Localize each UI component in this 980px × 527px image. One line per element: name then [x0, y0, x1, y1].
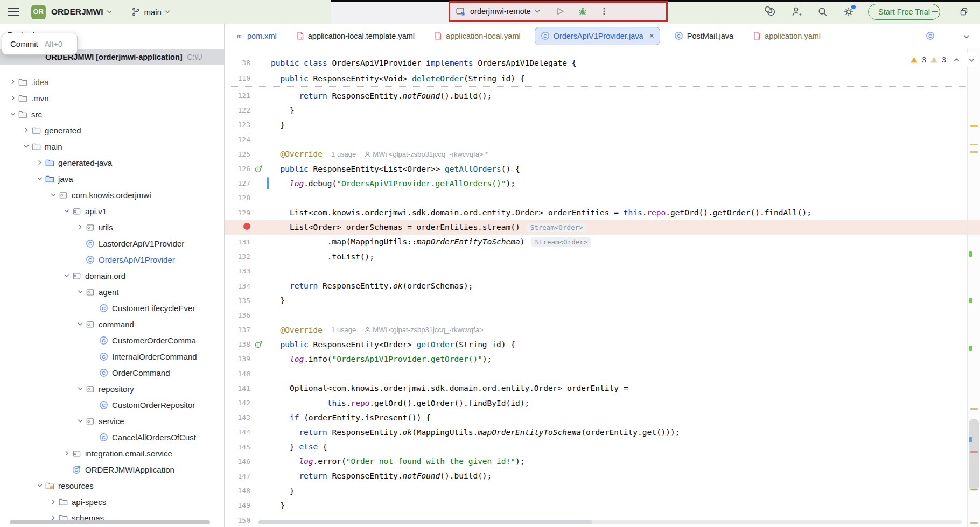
- tree-chevron-icon[interactable]: [21, 143, 32, 150]
- settings-gear-icon[interactable]: [842, 5, 855, 18]
- line-number[interactable]: 146: [225, 458, 251, 466]
- tab-PostMail.java[interactable]: CPostMail.java: [669, 27, 739, 45]
- tree-chevron-icon[interactable]: [34, 159, 45, 166]
- run-button[interactable]: [554, 5, 566, 18]
- line-number[interactable]: 124: [225, 136, 251, 144]
- line-number[interactable]: 141: [225, 384, 251, 392]
- tree-item-utils[interactable]: utils: [0, 219, 224, 235]
- line-number[interactable]: 38: [225, 59, 251, 67]
- code-line-121[interactable]: 121 return ResponseEntity.notFound().bui…: [225, 88, 967, 103]
- tree-chevron-icon[interactable]: [61, 272, 72, 279]
- run-config-name[interactable]: orderjmwi-remote: [470, 7, 531, 16]
- chevron-down-icon[interactable]: [534, 8, 541, 15]
- tree-item-service[interactable]: service: [0, 413, 224, 429]
- code-line-148[interactable]: 148 }: [225, 483, 967, 498]
- code-line-129[interactable]: 129 List<com.knowis.orderjmwi.sdk.domain…: [225, 206, 967, 220]
- ai-assistant-icon[interactable]: [765, 5, 778, 18]
- code-line-130[interactable]: List<Order> orderSchemas = orderEntities…: [225, 220, 967, 235]
- tree-item-agent[interactable]: agent: [0, 284, 224, 300]
- project-horizontal-scrollbar[interactable]: [10, 520, 210, 524]
- tree-item-src[interactable]: src: [0, 106, 224, 122]
- warning-icon[interactable]: [910, 56, 918, 64]
- chevron-down-icon[interactable]: [106, 9, 113, 15]
- line-number[interactable]: 142: [225, 399, 251, 407]
- stripe-mark-band[interactable]: [968, 220, 980, 235]
- gutter[interactable]: I: [251, 165, 265, 173]
- restore-window-icon[interactable]: [960, 5, 968, 18]
- stripe-mark-tan[interactable]: [970, 522, 978, 524]
- tree-item-CustomerOrderComma[interactable]: CCustomerOrderComma: [0, 332, 224, 348]
- code-line-147[interactable]: 147 return ResponseEntity.notFound().bui…: [225, 469, 967, 483]
- line-number[interactable]: 133: [225, 267, 251, 275]
- code-line-128[interactable]: 128: [225, 191, 967, 205]
- line-number[interactable]: 140: [225, 370, 251, 378]
- stripe-mark-tan[interactable]: [970, 408, 978, 410]
- project-badge[interactable]: OR: [31, 5, 46, 19]
- tree-item-command[interactable]: command: [0, 316, 224, 332]
- line-number[interactable]: 127: [225, 179, 251, 187]
- previous-highlight-chevron-icon[interactable]: [953, 57, 960, 64]
- tree-item-OrderCommand[interactable]: COrderCommand: [0, 364, 224, 381]
- add-user-icon[interactable]: [790, 5, 803, 18]
- project-name[interactable]: ORDERJMWI: [51, 7, 103, 17]
- line-number[interactable]: 136: [225, 311, 251, 319]
- tree-item-resources[interactable]: resources: [0, 477, 224, 494]
- stripe-mark-add[interactable]: [969, 298, 972, 303]
- start-free-trial-button[interactable]: Start Free Trial: [868, 4, 940, 20]
- code-line-123[interactable]: 123 }: [225, 117, 967, 132]
- line-number[interactable]: 129: [225, 209, 251, 217]
- close-tab-icon[interactable]: ×: [649, 32, 654, 40]
- minimize-window-icon[interactable]: [930, 5, 939, 18]
- tree-item-CancelAllOrdersOfCust[interactable]: CCancelAllOrdersOfCust: [0, 429, 224, 445]
- more-actions-icon[interactable]: [598, 5, 611, 18]
- line-number[interactable]: 110: [225, 74, 251, 82]
- stripe-mark-add[interactable]: [969, 346, 972, 351]
- tree-chevron-icon[interactable]: [48, 498, 59, 505]
- line-number[interactable]: 126: [225, 165, 251, 173]
- line-number[interactable]: 135: [225, 297, 251, 305]
- code-line-139[interactable]: 139 log.info("OrdersApiV1Provider.getOrd…: [225, 352, 967, 366]
- line-number[interactable]: 150: [225, 516, 251, 524]
- code-line-142[interactable]: 142 this.repo.getOrd().getOrder().findBy…: [225, 396, 967, 410]
- stripe-mark-warn[interactable]: [970, 151, 978, 153]
- code-line-140[interactable]: 140: [225, 367, 967, 381]
- tree-item-.mvn[interactable]: .mvn: [0, 90, 224, 106]
- gutter[interactable]: I: [251, 340, 265, 348]
- breakpoint-icon[interactable]: [225, 223, 251, 231]
- tree-chevron-icon[interactable]: [48, 192, 59, 198]
- tree-chevron-icon[interactable]: [61, 450, 72, 456]
- tab-application-local.yaml[interactable]: Yapplication-local.yaml: [429, 27, 526, 45]
- tree-chevron-icon[interactable]: [8, 79, 18, 85]
- code-line-141[interactable]: 141 Optional<com.knowis.orderjmwi.sdk.do…: [225, 381, 967, 396]
- code-line-143[interactable]: 143 if (orderEntity.isPresent()) {: [225, 410, 967, 425]
- line-number[interactable]: 137: [225, 326, 251, 334]
- tree-item-api.v1[interactable]: api.v1: [0, 203, 224, 219]
- tree-item-CustomOrderRepositor[interactable]: CCustomOrderRepositor: [0, 397, 224, 413]
- code-line-146[interactable]: 146 log.error("Order not found with the …: [225, 454, 967, 469]
- tree-chevron-icon[interactable]: [75, 289, 86, 295]
- code-line-144[interactable]: 144 return ResponseEntity.ok(MappingUtil…: [225, 425, 967, 439]
- tree-item-repository[interactable]: repository: [0, 381, 224, 397]
- tab-application-local.template.yaml[interactable]: Yapplication-local.template.yaml: [291, 27, 420, 45]
- debug-button[interactable]: [576, 5, 589, 18]
- code-line-125[interactable]: 125 @Override1 usageMWi <glpat-zsbp31jcc…: [225, 147, 967, 161]
- code-line-145[interactable]: 145 } else {: [225, 440, 967, 454]
- main-menu-icon[interactable]: [8, 8, 19, 16]
- breakpoint-dot[interactable]: [243, 223, 250, 230]
- tree-chevron-icon[interactable]: [61, 208, 72, 214]
- line-number[interactable]: 149: [225, 501, 251, 509]
- code-editor[interactable]: 38public class OrdersApiV1Provider imple…: [225, 48, 967, 527]
- code-line-124[interactable]: 124: [225, 132, 967, 147]
- error-stripe[interactable]: [967, 48, 980, 527]
- search-icon[interactable]: [816, 5, 829, 18]
- code-line-126[interactable]: 126I public ResponseEntity<List<Order>> …: [225, 161, 967, 176]
- line-number[interactable]: 139: [225, 355, 251, 363]
- line-number[interactable]: 131: [225, 238, 251, 246]
- stripe-mark-add[interactable]: [969, 251, 972, 257]
- code-line-127[interactable]: 127 log.debug("OrdersApiV1Provider.getAl…: [225, 176, 967, 191]
- line-number[interactable]: 148: [225, 487, 251, 495]
- weak-warning-icon[interactable]: [930, 56, 938, 64]
- tree-item-.idea[interactable]: .idea: [0, 74, 224, 90]
- tree-chevron-icon[interactable]: [34, 482, 45, 489]
- code-line-138[interactable]: 138I public ResponseEntity<Order> getOrd…: [225, 337, 967, 352]
